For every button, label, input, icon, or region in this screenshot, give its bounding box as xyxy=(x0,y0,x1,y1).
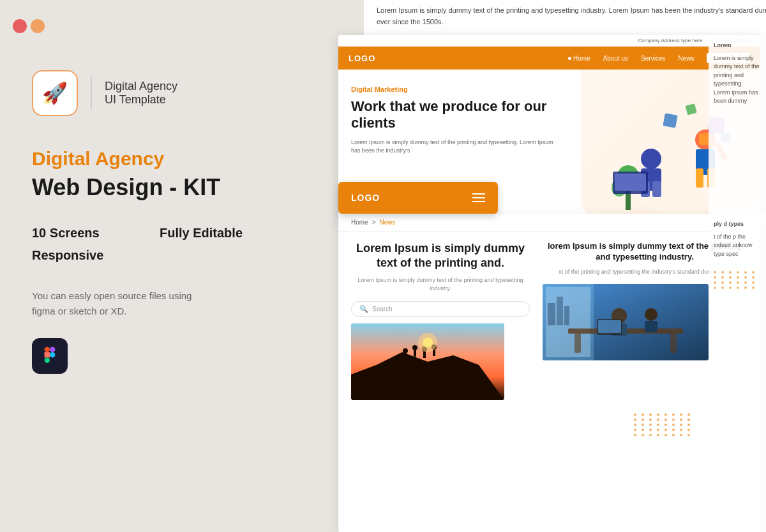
svg-rect-28 xyxy=(404,353,407,360)
svg-point-9 xyxy=(641,149,661,169)
nav-news: News xyxy=(678,55,694,62)
mobile-nav: LOGO xyxy=(338,182,498,214)
dots-decoration xyxy=(13,19,45,33)
right-edge-bottom: ply d types t of the p the industr unkno… xyxy=(709,214,766,532)
brand-title: Digital Agency xyxy=(32,148,268,170)
blog-image-2 xyxy=(543,284,709,360)
svg-rect-50 xyxy=(557,297,563,325)
svg-rect-14 xyxy=(615,174,646,191)
svg-rect-0 xyxy=(45,346,50,351)
nav-bar: LOGO Home About us Services News Contact… xyxy=(338,47,760,70)
feature-responsive: Responsive xyxy=(32,248,140,263)
right-edge-text3: ply d types xyxy=(714,220,761,229)
right-edge-text: Lorem is simply dummy text of the printi… xyxy=(714,54,761,106)
svg-rect-20 xyxy=(663,113,677,128)
mobile-nav-logo: LOGO xyxy=(351,193,380,203)
blog-content: Lorem Ipsum is simply dummy text of the … xyxy=(338,232,760,410)
dots-grid xyxy=(634,413,693,436)
brand-subtitle: Web Design - KIT xyxy=(32,175,268,200)
svg-rect-34 xyxy=(433,350,435,356)
feature-editable: Fully Editable xyxy=(160,226,268,240)
blog-image-1 xyxy=(351,323,504,400)
svg-rect-12 xyxy=(652,181,661,197)
svg-rect-17 xyxy=(696,168,703,188)
blog-left-col: Lorem Ipsum is simply dummy text of the … xyxy=(351,241,530,400)
search-placeholder: Search xyxy=(372,306,393,313)
svg-rect-51 xyxy=(564,306,569,325)
svg-rect-3 xyxy=(50,346,55,351)
svg-point-36 xyxy=(423,337,433,348)
hero-desc: Lorem Ipsum is simply dummy text of the … xyxy=(351,138,562,156)
top-screenshot-text: Lorem Ipsum is simply dummy text of the … xyxy=(364,0,766,33)
logo-divider xyxy=(91,77,92,109)
hamburger-icon xyxy=(472,193,485,202)
blog-headline-1: Lorem Ipsum is simply dummy text of the … xyxy=(351,241,530,271)
left-panel: 🚀 Digital Agency UI Template Digital Age… xyxy=(0,0,300,532)
figma-icon xyxy=(32,338,68,374)
features-grid: 10 Screens Fully Editable Responsive xyxy=(32,226,268,263)
right-edge-title: Lorem xyxy=(714,41,761,50)
screenshot-blog: Home > News Lorem Ipsum is simply dummy … xyxy=(338,214,760,532)
svg-rect-41 xyxy=(574,334,581,353)
svg-rect-42 xyxy=(670,334,677,353)
dot-red xyxy=(13,19,27,33)
right-panel: Lorem Ipsum is simply dummy text of the … xyxy=(300,0,766,532)
svg-rect-30 xyxy=(414,350,416,357)
nav-services: Services xyxy=(641,55,665,62)
svg-rect-2 xyxy=(45,357,50,362)
blog-desc-1: Lorem Ipsum is simply dummy text of the … xyxy=(351,276,530,293)
hero-tag: Digital Marketing xyxy=(351,85,562,93)
svg-rect-49 xyxy=(548,303,555,325)
svg-point-45 xyxy=(645,308,657,321)
search-icon: 🔍 xyxy=(359,305,368,313)
screenshot-top: Lorem Ipsum is simply dummy text of the … xyxy=(364,0,766,35)
logo-section: 🚀 Digital Agency UI Template xyxy=(32,70,268,116)
nav-logo: LOGO xyxy=(349,54,375,63)
right-edge-text4: t of the p the industr unknow type spec xyxy=(714,233,761,259)
breadcrumb-separator: > xyxy=(372,219,376,226)
breadcrumb-home: Home xyxy=(351,219,368,226)
dot-orange xyxy=(31,19,45,33)
svg-point-29 xyxy=(412,345,417,350)
blog-breadcrumb: Home > News xyxy=(338,214,760,232)
breadcrumb-current: News xyxy=(380,219,396,226)
address-bar: Company Address type here xyxy=(638,38,702,43)
feature-screens: 10 Screens xyxy=(32,226,140,240)
search-box[interactable]: 🔍 Search xyxy=(351,301,530,317)
svg-rect-48 xyxy=(598,320,621,333)
logo-title: Digital Agency xyxy=(105,80,177,93)
svg-rect-46 xyxy=(645,321,657,332)
app-icon: 🚀 xyxy=(32,70,78,116)
hero-heading: Work that we produce for our clients xyxy=(351,98,562,132)
description-text: You can easly open source files using fi… xyxy=(32,288,217,319)
svg-point-4 xyxy=(50,352,55,357)
nav-home: Home xyxy=(568,55,590,62)
right-edge-top: Lorem Lorem is simply dummy text of the … xyxy=(709,35,766,223)
nav-about: About us xyxy=(603,55,628,62)
logo-subtitle: UI Template xyxy=(105,93,177,107)
top-text: Lorem Ipsum is simply dummy text of the … xyxy=(377,6,766,26)
svg-rect-1 xyxy=(45,352,50,357)
svg-point-27 xyxy=(403,348,408,353)
logo-text: Digital Agency UI Template xyxy=(105,80,177,107)
svg-rect-32 xyxy=(423,351,426,358)
